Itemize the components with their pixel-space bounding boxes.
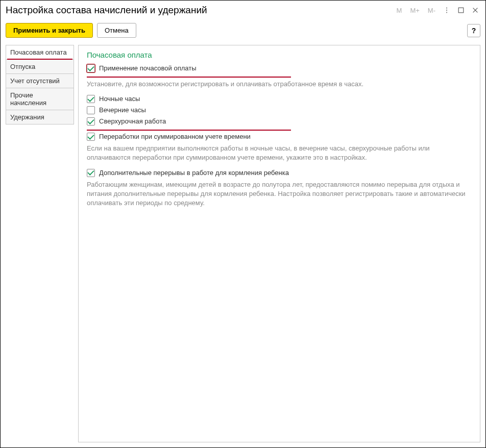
label-nursing[interactable]: Дополнительные перерывы в работе для кор… (99, 169, 289, 177)
window-title: Настройка состава начислений и удержаний (6, 5, 395, 16)
calc-mplus[interactable]: М+ (408, 6, 421, 15)
checkbox-night[interactable] (87, 95, 95, 103)
sidebar: Почасовая оплата Отпуска Учет отсутствий… (6, 45, 74, 442)
kebab-menu-icon[interactable] (442, 5, 452, 15)
calc-m[interactable]: М (395, 6, 404, 15)
section-title: Почасовая оплата (87, 51, 472, 59)
label-night[interactable]: Ночные часы (99, 95, 140, 103)
sidebar-item-deductions[interactable]: Удержания (6, 110, 74, 125)
svg-point-0 (446, 7, 447, 8)
content-panel: Почасовая оплата Применение почасовой оп… (78, 45, 480, 442)
cancel-button[interactable]: Отмена (97, 23, 136, 38)
sidebar-item-other[interactable]: Прочие начисления (6, 88, 74, 110)
checkbox-evening[interactable] (87, 106, 95, 114)
label-summarized[interactable]: Переработки при суммированном учете врем… (99, 133, 251, 141)
close-icon[interactable] (470, 5, 480, 15)
calc-mminus[interactable]: М- (426, 6, 438, 15)
label-overtime[interactable]: Сверхурочная работа (99, 117, 166, 126)
row-night: Ночные часы (87, 95, 472, 103)
sidebar-item-label: Удержания (10, 113, 44, 121)
titlebar: Настройка состава начислений и удержаний… (1, 1, 485, 20)
maximize-icon[interactable] (456, 5, 466, 15)
svg-rect-3 (458, 8, 464, 13)
hint-nursing: Работающим женщинам, имеющим детей в воз… (87, 180, 472, 208)
sidebar-item-label: Учет отсутствий (10, 77, 60, 85)
apply-close-button[interactable]: Применить и закрыть (6, 23, 93, 38)
label-use-hourly[interactable]: Применение почасовой оплаты (99, 64, 197, 72)
sidebar-item-vacations[interactable]: Отпуска (6, 59, 74, 74)
svg-point-2 (446, 12, 447, 13)
hint-summarized: Если на вашем предприятии выполняются ра… (87, 144, 472, 162)
body: Почасовая оплата Отпуска Учет отсутствий… (1, 41, 485, 447)
sidebar-item-label: Отпуска (10, 63, 35, 70)
row-summarized: Переработки при суммированном учете врем… (87, 133, 472, 141)
row-nursing: Дополнительные перерывы в работе для кор… (87, 169, 472, 177)
row-overtime: Сверхурочная работа (87, 117, 472, 126)
titlebar-controls: М М+ М- (395, 5, 480, 15)
label-evening[interactable]: Вечерние часы (99, 106, 146, 114)
checkbox-use-hourly[interactable] (87, 64, 95, 72)
row-evening: Вечерние часы (87, 106, 472, 114)
row-use-hourly: Применение почасовой оплаты (87, 64, 472, 72)
checkbox-summarized[interactable] (87, 133, 95, 141)
sidebar-item-label: Прочие начисления (10, 91, 46, 107)
checkbox-nursing[interactable] (87, 169, 95, 177)
toolbar: Применить и закрыть Отмена ? (1, 20, 485, 41)
sidebar-item-hourly[interactable]: Почасовая оплата (6, 45, 74, 60)
svg-point-1 (446, 10, 447, 11)
window: Настройка состава начислений и удержаний… (0, 0, 486, 448)
sidebar-item-label: Почасовая оплата (10, 48, 67, 56)
sidebar-item-absences[interactable]: Учет отсутствий (6, 73, 74, 88)
hint-use-hourly: Установите, для возможности регистрирова… (87, 80, 472, 89)
checkbox-overtime[interactable] (87, 117, 95, 126)
help-button[interactable]: ? (467, 24, 480, 37)
